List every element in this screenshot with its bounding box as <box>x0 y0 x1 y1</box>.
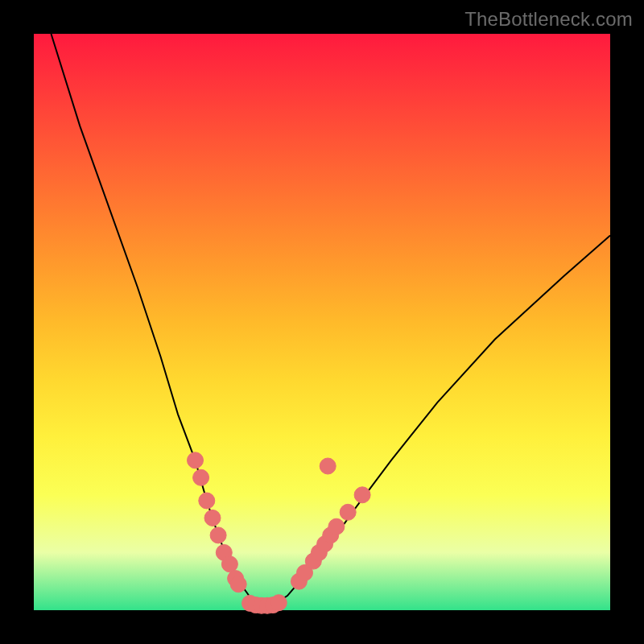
data-point <box>188 452 204 469</box>
data-point <box>221 556 237 572</box>
data-point <box>204 510 221 526</box>
data-point <box>193 469 209 485</box>
data-point <box>270 595 287 611</box>
data-point <box>354 487 370 503</box>
chart-frame: TheBottleneck.com <box>0 0 644 644</box>
data-point <box>340 504 356 520</box>
data-point <box>328 518 345 535</box>
data-point <box>230 576 246 592</box>
bottleneck-curve <box>52 34 611 605</box>
chart-svg <box>34 34 610 610</box>
plot-area <box>34 34 610 610</box>
data-points-group <box>188 452 371 614</box>
data-point <box>199 493 215 509</box>
data-point <box>320 458 336 474</box>
watermark-text: TheBottleneck.com <box>464 8 633 31</box>
data-point <box>210 527 226 543</box>
